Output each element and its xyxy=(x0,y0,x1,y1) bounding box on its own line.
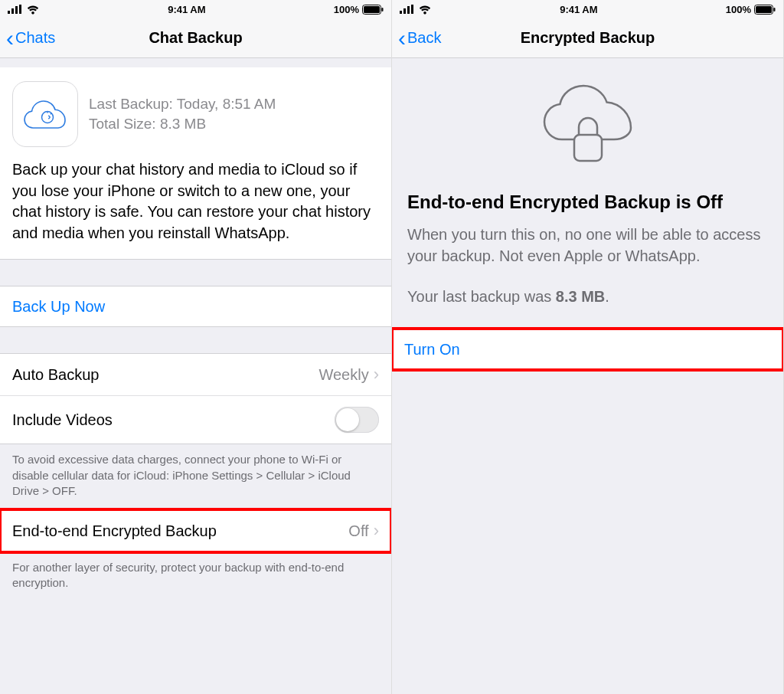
wifi-icon xyxy=(418,5,432,15)
svg-rect-11 xyxy=(411,5,413,14)
battery-icon xyxy=(754,5,776,15)
encryption-description: When you turn this on, no one will be ab… xyxy=(407,224,768,267)
svg-rect-9 xyxy=(403,8,406,14)
chevron-right-icon: › xyxy=(374,521,379,541)
auto-backup-row[interactable]: Auto Backup Weekly › xyxy=(0,354,391,395)
screen-chat-backup: 9:41 AM 100% ‹ Chats Chat Backup xyxy=(0,0,392,694)
turn-on-button[interactable]: Turn On xyxy=(392,329,783,369)
svg-rect-15 xyxy=(574,135,602,161)
e2e-value: Off xyxy=(348,522,368,540)
svg-rect-3 xyxy=(19,5,21,14)
svg-rect-5 xyxy=(364,6,380,13)
svg-rect-0 xyxy=(8,11,10,14)
battery-percent: 100% xyxy=(334,4,359,15)
chevron-left-icon: ‹ xyxy=(6,27,14,50)
last-backup-size-note: Your last backup was 8.3 MB. xyxy=(407,288,768,306)
battery-percent: 100% xyxy=(726,4,751,15)
include-videos-row: Include Videos xyxy=(0,395,391,444)
battery-icon xyxy=(362,5,384,15)
screen-encrypted-backup: 9:41 AM 100% ‹ Back Encrypted Backup End… xyxy=(392,0,784,694)
wifi-icon xyxy=(26,5,40,15)
encryption-hero: End-to-end Encrypted Backup is Off When … xyxy=(392,58,783,329)
turn-on-label: Turn On xyxy=(404,341,460,358)
auto-backup-label: Auto Backup xyxy=(12,366,99,384)
last-backup-text: Last Backup: Today, 8:51 AM xyxy=(89,94,276,114)
svg-rect-13 xyxy=(756,6,772,13)
svg-rect-8 xyxy=(400,11,402,14)
e2e-encrypted-backup-row[interactable]: End-to-end Encrypted Backup Off › xyxy=(0,510,391,552)
back-button[interactable]: ‹ Chats xyxy=(6,27,55,50)
icloud-backup-icon xyxy=(12,81,78,147)
cellular-signal-icon xyxy=(8,5,23,14)
backup-now-label: Back Up Now xyxy=(12,298,105,316)
nav-bar: ‹ Back Encrypted Backup xyxy=(392,18,783,58)
status-bar: 9:41 AM 100% xyxy=(392,0,783,18)
cloud-lock-icon xyxy=(407,84,768,169)
cellular-signal-icon xyxy=(400,5,415,14)
chevron-right-icon: › xyxy=(374,365,379,385)
status-time: 9:41 AM xyxy=(560,4,597,15)
back-label: Back xyxy=(407,29,441,47)
include-videos-label: Include Videos xyxy=(12,411,113,429)
svg-rect-2 xyxy=(15,6,18,14)
backup-info-card: Last Backup: Today, 8:51 AM Total Size: … xyxy=(0,67,391,260)
page-title: Encrypted Backup xyxy=(392,29,783,47)
svg-rect-14 xyxy=(774,8,776,11)
backup-description: Back up your chat history and media to i… xyxy=(12,159,379,244)
back-button[interactable]: ‹ Back xyxy=(398,27,441,50)
data-charges-note: To avoid excessive data charges, connect… xyxy=(0,444,391,509)
svg-rect-6 xyxy=(382,8,384,11)
page-title: Chat Backup xyxy=(0,29,391,47)
svg-rect-1 xyxy=(11,8,14,14)
e2e-note: For another layer of security, protect y… xyxy=(0,552,391,602)
auto-backup-value: Weekly xyxy=(318,366,368,384)
status-bar: 9:41 AM 100% xyxy=(0,0,391,18)
e2e-label: End-to-end Encrypted Backup xyxy=(12,522,217,540)
total-size-text: Total Size: 8.3 MB xyxy=(89,114,276,134)
svg-rect-10 xyxy=(407,6,410,14)
encryption-status-title: End-to-end Encrypted Backup is Off xyxy=(407,192,768,213)
status-time: 9:41 AM xyxy=(168,4,205,15)
nav-bar: ‹ Chats Chat Backup xyxy=(0,18,391,58)
include-videos-toggle[interactable] xyxy=(335,407,379,433)
back-label: Chats xyxy=(15,29,55,47)
chevron-left-icon: ‹ xyxy=(398,27,406,50)
backup-now-button[interactable]: Back Up Now xyxy=(0,286,391,326)
